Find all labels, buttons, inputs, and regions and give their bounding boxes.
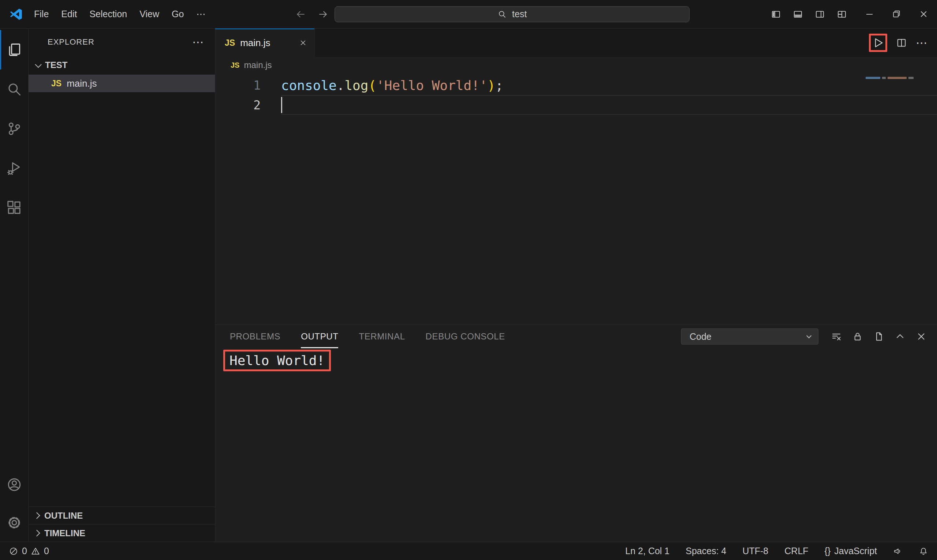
- code-line-2: 2: [215, 95, 937, 115]
- clear-output-button[interactable]: [831, 331, 842, 342]
- code-token: ): [487, 78, 496, 93]
- output-channel-select[interactable]: Code: [681, 328, 818, 345]
- editor-actions: ⋯: [869, 29, 937, 57]
- menu-edit[interactable]: Edit: [55, 6, 83, 22]
- output-file-icon: [873, 331, 884, 342]
- minimize-icon: [865, 9, 874, 19]
- notifications-button[interactable]: [919, 546, 928, 556]
- tab-terminal[interactable]: TERMINAL: [359, 325, 405, 348]
- toggle-auto-scroll-button[interactable]: [852, 331, 863, 342]
- code-token: console: [281, 78, 337, 93]
- status-left: 0 0: [9, 546, 49, 556]
- timeline-section-header[interactable]: TIMELINE: [29, 524, 215, 542]
- forward-button[interactable]: [312, 3, 334, 25]
- run-code-button[interactable]: [872, 37, 884, 49]
- feedback-button[interactable]: [893, 546, 903, 556]
- editor-tab-bar: JS main.js: [215, 29, 937, 57]
- outline-section-header[interactable]: OUTLINE: [29, 506, 215, 524]
- language-mode-status[interactable]: {} JavaScript: [824, 546, 877, 556]
- text-cursor: [281, 97, 282, 113]
- editor-more-actions-button[interactable]: ⋯: [916, 37, 928, 49]
- split-editor-icon: [896, 37, 907, 48]
- activity-extensions-button[interactable]: [0, 188, 28, 228]
- code-line-2-text[interactable]: [281, 95, 937, 115]
- close-icon: [299, 39, 307, 47]
- activity-explorer-button[interactable]: [0, 30, 28, 69]
- workspace-folder-row[interactable]: TEST: [29, 55, 215, 75]
- close-window-button[interactable]: [910, 0, 937, 29]
- minimap[interactable]: [866, 77, 914, 79]
- command-center-search[interactable]: test: [334, 6, 690, 22]
- minimap-mark: [908, 77, 914, 79]
- title-bar: File Edit Selection View Go ⋯ test: [0, 0, 937, 29]
- js-file-icon: JS: [225, 39, 235, 47]
- activity-bar-bottom: [0, 466, 28, 542]
- menu-go[interactable]: Go: [165, 6, 190, 22]
- workbench: EXPLORER ⋯ TEST JS main.js OUTLINE TIMEL…: [0, 29, 937, 542]
- toggle-secondary-sidebar-button[interactable]: [811, 6, 829, 23]
- indentation-status[interactable]: Spaces: 4: [686, 546, 726, 556]
- warning-triangle-icon: [31, 546, 40, 556]
- code-editor[interactable]: 1 console . log ( 'Hello World!' ) ; 2: [215, 73, 937, 325]
- restore-button[interactable]: [883, 0, 910, 29]
- sidebar-header: EXPLORER ⋯: [29, 29, 215, 55]
- explorer-more-actions-button[interactable]: ⋯: [192, 36, 204, 48]
- toggle-primary-sidebar-button[interactable]: [767, 6, 785, 23]
- menu-view[interactable]: View: [133, 6, 165, 22]
- back-button[interactable]: [289, 3, 312, 25]
- encoding-status[interactable]: UTF-8: [742, 546, 768, 556]
- breadcrumb[interactable]: JS main.js: [215, 57, 937, 73]
- open-output-in-editor-button[interactable]: [873, 331, 884, 342]
- toggle-panel-button[interactable]: [789, 6, 807, 23]
- maximize-panel-button[interactable]: [895, 331, 906, 342]
- search-icon: [6, 81, 22, 97]
- panel-tabs: PROBLEMS OUTPUT TERMINAL DEBUG CONSOLE: [230, 325, 505, 348]
- menu-file[interactable]: File: [28, 6, 55, 22]
- tab-mainjs[interactable]: JS main.js: [215, 29, 315, 57]
- js-file-icon: JS: [231, 62, 239, 69]
- activity-source-control-button[interactable]: [0, 109, 28, 149]
- arrow-right-icon: [318, 9, 329, 20]
- minimize-button[interactable]: [856, 0, 883, 29]
- activity-search-button[interactable]: [0, 69, 28, 109]
- activity-run-debug-button[interactable]: [0, 149, 28, 188]
- explorer-sidebar: EXPLORER ⋯ TEST JS main.js OUTLINE TIMEL…: [29, 29, 215, 542]
- split-editor-button[interactable]: [896, 37, 907, 48]
- workspace-folder-name: TEST: [45, 60, 67, 70]
- restore-icon: [892, 9, 902, 19]
- code-token: 'Hello World!': [376, 78, 487, 93]
- manage-button[interactable]: [0, 504, 28, 542]
- accounts-button[interactable]: [0, 466, 28, 504]
- panel-actions: [831, 331, 927, 342]
- code-token: log: [344, 78, 368, 93]
- language-label: JavaScript: [834, 546, 877, 556]
- tab-output[interactable]: OUTPUT: [301, 325, 338, 348]
- annotation-output-highlight: Hello World!: [223, 350, 331, 371]
- cursor-position-status[interactable]: Ln 2, Col 1: [625, 546, 669, 556]
- problems-status[interactable]: 0 0: [9, 546, 49, 556]
- close-icon: [916, 331, 927, 342]
- outline-label: OUTLINE: [44, 511, 83, 521]
- close-icon: [919, 9, 929, 19]
- warning-count: 0: [44, 546, 49, 556]
- close-tab-button[interactable]: [299, 39, 307, 47]
- code-line-1-text[interactable]: console . log ( 'Hello World!' ) ;: [281, 75, 937, 95]
- close-panel-button[interactable]: [916, 331, 927, 342]
- menu-more-button[interactable]: ⋯: [190, 6, 211, 22]
- code-token: ;: [495, 78, 503, 93]
- chevron-down-icon: [806, 333, 811, 338]
- extensions-icon: [6, 200, 22, 216]
- feedback-icon: [893, 546, 903, 556]
- customize-layout-button[interactable]: [833, 6, 851, 23]
- sidebar-spacer: [29, 92, 215, 506]
- eol-status[interactable]: CRLF: [784, 546, 808, 556]
- menu-selection[interactable]: Selection: [83, 6, 133, 22]
- chevron-down-icon: [35, 61, 42, 68]
- tab-debug-console[interactable]: DEBUG CONSOLE: [426, 325, 505, 348]
- source-control-branch-icon: [6, 121, 22, 137]
- tab-problems[interactable]: PROBLEMS: [230, 325, 280, 348]
- file-row-mainjs[interactable]: JS main.js: [29, 75, 215, 92]
- js-file-icon: JS: [51, 79, 62, 88]
- line-number: 1: [215, 78, 281, 92]
- output-panel-content[interactable]: Hello World!: [215, 348, 937, 371]
